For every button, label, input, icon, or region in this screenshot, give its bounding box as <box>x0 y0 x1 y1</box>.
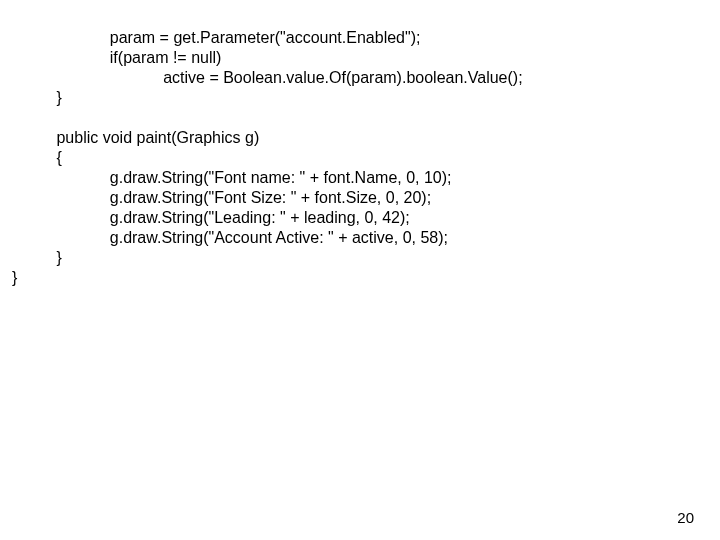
slide: param = get.Parameter("account.Enabled")… <box>0 0 720 540</box>
code-block: param = get.Parameter("account.Enabled")… <box>12 8 523 308</box>
code-line: active = Boolean.value.Of(param).boolean… <box>12 69 523 86</box>
code-line: } <box>12 249 62 266</box>
code-line: } <box>12 89 62 106</box>
code-line: { <box>12 149 62 166</box>
page-number: 20 <box>677 509 694 526</box>
code-line: g.draw.String("Font name: " + font.Name,… <box>12 169 452 186</box>
code-line: g.draw.String("Font Size: " + font.Size,… <box>12 189 431 206</box>
code-line: g.draw.String("Leading: " + leading, 0, … <box>12 209 410 226</box>
code-line: public void paint(Graphics g) <box>12 129 259 146</box>
code-line: } <box>12 269 17 286</box>
code-line: param = get.Parameter("account.Enabled")… <box>12 29 420 46</box>
code-line: g.draw.String("Account Active: " + activ… <box>12 229 448 246</box>
code-line: if(param != null) <box>12 49 221 66</box>
